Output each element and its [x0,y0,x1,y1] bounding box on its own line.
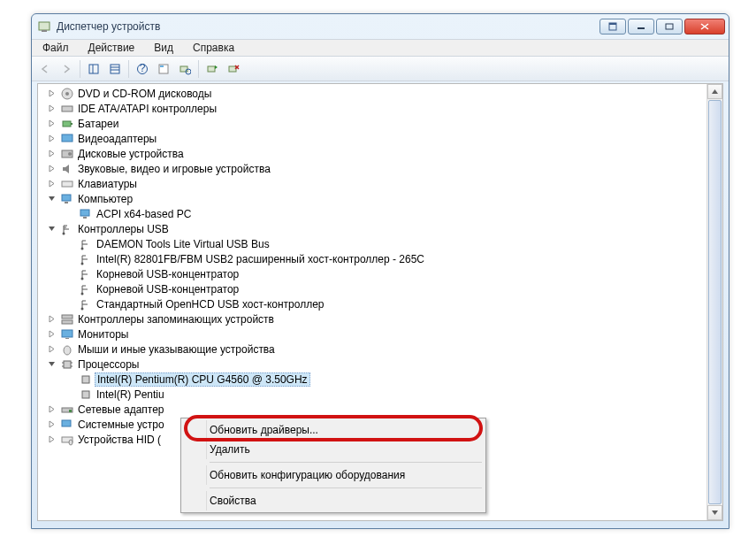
back-button[interactable] [35,59,55,79]
uninstall-button[interactable] [224,59,243,79]
svg-rect-35 [83,217,87,219]
svg-rect-26 [63,121,71,127]
svg-rect-28 [62,134,73,142]
tree-item-usb-daemon[interactable]: DAEMON Tools Lite Virtual USB Bus [42,236,706,251]
scroll-up-button[interactable] [707,84,722,99]
context-update-drivers[interactable]: Обновить драйверы... [183,420,484,440]
svg-rect-17 [180,66,187,72]
tree-item-sound[interactable]: Звуковые, видео и игровые устройства [42,161,706,176]
svg-point-24 [65,92,69,96]
tree-item-usb-root-hub-2[interactable]: Корневой USB-концентратор [42,281,706,296]
svg-rect-20 [229,66,236,72]
storage-controller-icon [60,312,74,326]
svg-rect-1 [42,30,47,32]
menu-action[interactable]: Действие [83,41,141,55]
svg-point-46 [64,346,71,355]
properties-sheet-button[interactable] [154,59,173,79]
network-adapter-icon [60,403,74,417]
svg-point-37 [81,247,84,249]
toolbar: ? [32,57,729,81]
usb-device-icon [79,297,93,311]
battery-icon [60,117,74,131]
tree-item-cpu-1[interactable]: Intel(R) Pentium(R) CPU G4560 @ 3.50GHz [42,372,706,387]
svg-rect-19 [208,66,215,72]
svg-rect-47 [64,361,71,368]
svg-rect-5 [666,24,673,29]
context-separator [210,487,482,488]
sound-icon [60,162,74,176]
help-button[interactable]: ? [133,59,152,79]
tree-item-video[interactable]: Видеоадаптеры [42,131,706,146]
svg-rect-42 [62,315,73,319]
svg-rect-8 [89,65,98,73]
context-menu: Обновить драйверы... Удалить Обновить ко… [180,418,486,513]
context-separator [210,462,482,463]
usb-device-icon [79,252,93,266]
svg-rect-53 [82,391,89,398]
tree-item-usb-intel[interactable]: Intel(R) 82801FB/FBM USB2 расширенный хо… [42,251,706,266]
menu-view[interactable]: Вид [149,41,179,55]
computer-icon [60,192,74,206]
tree-item-monitors[interactable]: Мониторы [42,326,706,342]
disk-drive-icon [60,147,74,161]
minimize-button[interactable] [628,19,654,35]
tree-item-usb-openhcd[interactable]: Стандартный OpenHCD USB хост-контроллер [42,296,706,311]
maximize-button[interactable] [656,19,683,35]
scroll-thumb[interactable] [708,100,722,504]
context-properties[interactable]: Свойства [183,491,484,510]
svg-rect-25 [62,106,73,111]
mouse-icon [60,342,74,357]
svg-point-39 [81,277,84,280]
tree-item-cpu-2[interactable]: Intel(R) Pentiu [42,387,706,402]
display-adapter-icon [60,132,74,146]
tree-item-mice[interactable]: Мыши и иные указывающие устройства [42,342,706,357]
tree-item-usb[interactable]: Контроллеры USB [42,221,706,236]
svg-point-41 [81,307,84,310]
tree-item-network[interactable]: Сетевые адаптер [42,402,706,417]
ide-controller-icon [60,102,74,116]
close-button[interactable] [684,19,725,35]
computer-icon [79,207,93,221]
show-hide-tree-button[interactable] [84,59,103,79]
tree-item-ide[interactable]: IDE ATA/ATAPI контроллеры [42,101,706,116]
svg-rect-31 [62,181,73,187]
svg-rect-10 [111,65,119,73]
svg-rect-0 [39,22,50,30]
menu-file[interactable]: Файл [37,41,74,55]
tree-item-acpi[interactable]: ACPI x64-based PC [42,206,706,221]
processor-icon [79,372,93,387]
processor-icon [79,388,93,402]
update-driver-button[interactable] [202,59,222,79]
svg-rect-4 [638,27,645,29]
forward-button[interactable] [57,59,76,79]
tree-item-processors[interactable]: Процессоры [42,357,706,372]
scroll-down-button[interactable] [707,505,722,520]
svg-rect-34 [80,210,89,216]
properties-button[interactable] [105,59,125,79]
svg-rect-45 [65,338,69,339]
titlebar[interactable]: Диспетчер устройств [32,14,729,39]
usb-device-icon [79,237,93,251]
vertical-scrollbar[interactable] [706,84,722,520]
usb-controller-icon [60,222,74,236]
svg-rect-27 [71,123,73,125]
tree-item-usb-root-hub-1[interactable]: Корневой USB-концентратор [42,266,706,281]
tree-item-storage[interactable]: Контроллеры запоминающих устройств [42,311,706,326]
context-delete[interactable]: Удалить [183,440,484,459]
svg-rect-56 [62,420,71,426]
help-window-button[interactable] [599,19,626,35]
context-refresh-config[interactable]: Обновить конфигурацию оборудования [183,465,484,485]
tree-item-disk[interactable]: Дисковые устройства [42,146,706,161]
svg-text:?: ? [140,63,146,74]
svg-point-30 [68,152,72,156]
menu-help[interactable]: Справка [187,41,240,55]
svg-rect-55 [69,410,72,412]
svg-rect-33 [65,202,68,203]
svg-rect-52 [82,376,89,383]
tree-item-keyboard[interactable]: Клавиатуры [42,176,706,191]
tree-item-dvd[interactable]: DVD и CD-ROM дисководы [42,86,706,101]
tree-item-computer[interactable]: Компьютер [42,191,706,206]
usb-device-icon [79,282,93,296]
tree-item-battery[interactable]: Батареи [42,116,706,131]
scan-hardware-button[interactable] [175,59,195,79]
